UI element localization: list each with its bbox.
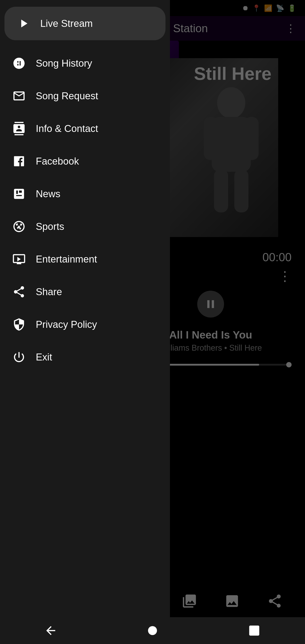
nav-home-button[interactable] <box>141 620 164 642</box>
drawer-item-info-contact[interactable]: Info & Contact <box>0 112 170 145</box>
drawer-item-privacy-policy[interactable]: Privacy Policy <box>0 308 170 341</box>
facebook-label: Facebook <box>36 156 79 167</box>
shield-icon <box>11 317 27 332</box>
entertainment-label: Entertainment <box>36 254 97 265</box>
news-icon <box>11 186 27 202</box>
drawer-item-entertainment[interactable]: Entertainment <box>0 243 170 276</box>
svg-rect-7 <box>249 626 259 636</box>
drawer-item-sports[interactable]: Sports <box>0 210 170 243</box>
facebook-icon <box>11 154 27 169</box>
exit-label: Exit <box>36 352 52 363</box>
drawer-item-facebook[interactable]: Facebook <box>0 145 170 178</box>
history-icon <box>11 56 27 71</box>
drawer-item-news[interactable]: News <box>0 178 170 210</box>
drawer-item-live-stream[interactable]: Live Stream <box>4 7 166 40</box>
info-contact-label: Info & Contact <box>36 123 98 134</box>
share-label: Share <box>36 286 62 298</box>
bottom-navigation <box>0 617 305 644</box>
song-history-label: Song History <box>36 58 92 69</box>
drawer-item-exit[interactable]: Exit <box>0 341 170 374</box>
nav-recents-button[interactable] <box>243 620 266 642</box>
svg-point-6 <box>148 626 157 635</box>
power-icon <box>11 349 27 365</box>
contact-icon <box>11 121 27 136</box>
navigation-drawer: Live Stream Song History Song Request In… <box>0 0 170 644</box>
share-icon <box>11 284 27 300</box>
privacy-policy-label: Privacy Policy <box>36 319 97 330</box>
song-request-label: Song Request <box>36 90 98 102</box>
drawer-item-share[interactable]: Share <box>0 276 170 308</box>
drawer-item-song-request[interactable]: Song Request <box>0 80 170 112</box>
nav-back-button[interactable] <box>40 620 62 642</box>
play-icon <box>16 16 31 31</box>
live-stream-label: Live Stream <box>40 18 93 29</box>
request-icon <box>11 88 27 104</box>
entertainment-icon <box>11 251 27 267</box>
news-label: News <box>36 188 60 200</box>
sports-icon <box>11 219 27 234</box>
sports-label: Sports <box>36 221 64 232</box>
drawer-item-song-history[interactable]: Song History <box>0 47 170 80</box>
